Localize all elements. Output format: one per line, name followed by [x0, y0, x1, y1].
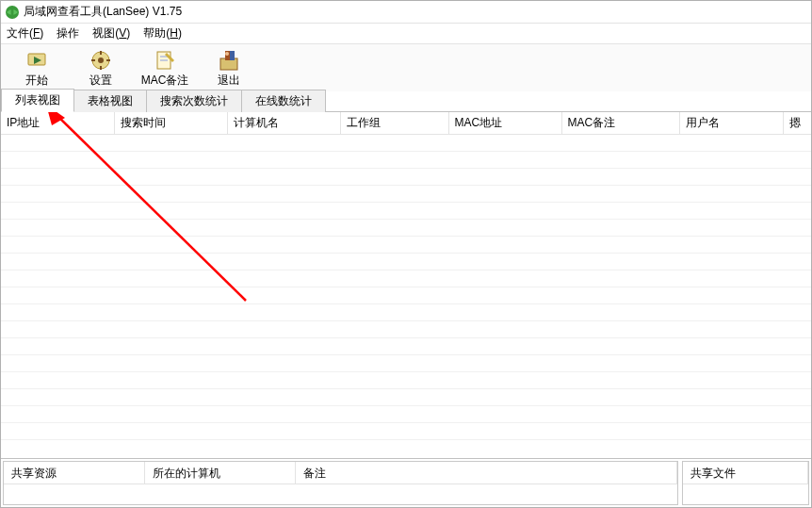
tab-list-view[interactable]: 列表视图 [1, 89, 74, 112]
start-button[interactable]: 开始 [5, 46, 69, 90]
col-remark[interactable]: 备注 [296, 462, 677, 484]
tab-table-view[interactable]: 表格视图 [73, 90, 147, 112]
share-resource-header: 共享资源 所在的计算机 备注 [4, 462, 677, 484]
col-search-time[interactable]: 搜索时间 [114, 112, 227, 135]
col-mac[interactable]: MAC地址 [448, 112, 561, 135]
mac-note-label: MAC备注 [141, 74, 189, 87]
table-row[interactable] [1, 203, 811, 220]
titlebar: 局域网查看工具(LanSee) V1.75 [1, 1, 811, 24]
table-row[interactable] [1, 237, 811, 254]
col-ip[interactable]: IP地址 [1, 112, 114, 135]
table-row[interactable] [1, 287, 811, 304]
tab-online-stats[interactable]: 在线数统计 [241, 90, 326, 112]
table-row[interactable] [1, 169, 811, 186]
table-row[interactable] [1, 220, 811, 237]
share-file-header: 共享文件 [683, 462, 808, 484]
table-row[interactable] [1, 355, 811, 372]
menu-view[interactable]: 视图(V) [92, 25, 130, 41]
exit-icon [218, 49, 240, 72]
grid-header-row: IP地址 搜索时间 计算机名 工作组 MAC地址 MAC备注 用户名 摁 [1, 112, 811, 135]
start-label: 开始 [25, 74, 48, 87]
menu-file[interactable]: 文件(F) [7, 25, 43, 41]
svg-rect-14 [230, 51, 235, 60]
svg-point-4 [98, 57, 104, 63]
toolbar: 开始 设置 MAC备注 [1, 44, 811, 91]
col-share-file[interactable]: 共享文件 [683, 462, 808, 484]
col-mac-note[interactable]: MAC备注 [561, 112, 679, 135]
gear-icon [89, 49, 112, 72]
tabs: 列表视图 表格视图 搜索次数统计 在线数统计 [1, 91, 811, 112]
share-resource-body[interactable] [4, 484, 677, 504]
play-icon [25, 49, 48, 72]
table-row[interactable] [1, 338, 811, 355]
table-row[interactable] [1, 135, 811, 152]
svg-point-15 [225, 52, 229, 56]
share-file-panel: 共享文件 [682, 461, 809, 505]
col-host-computer[interactable]: 所在的计算机 [145, 462, 296, 484]
col-workgroup[interactable]: 工作组 [340, 112, 448, 135]
settings-button[interactable]: 设置 [69, 46, 133, 90]
table-row[interactable] [1, 321, 811, 338]
bottom-panels: 共享资源 所在的计算机 备注 共享文件 [1, 458, 811, 507]
col-username[interactable]: 用户名 [679, 112, 783, 135]
menubar: 文件(F) 操作 视图(V) 帮助(H) [1, 24, 811, 44]
share-resource-panel: 共享资源 所在的计算机 备注 [3, 461, 678, 505]
table-row[interactable] [1, 152, 811, 169]
main-grid[interactable]: IP地址 搜索时间 计算机名 工作组 MAC地址 MAC备注 用户名 摁 [1, 112, 811, 440]
col-more[interactable]: 摁 [783, 112, 811, 135]
table-row[interactable] [1, 186, 811, 203]
tab-search-stats[interactable]: 搜索次数统计 [146, 90, 242, 112]
col-share-resource[interactable]: 共享资源 [4, 462, 145, 484]
menu-help[interactable]: 帮助(H) [143, 25, 182, 41]
table-row[interactable] [1, 254, 811, 270]
table-row[interactable] [1, 389, 811, 406]
table-row[interactable] [1, 270, 811, 287]
note-icon [154, 49, 176, 72]
table-row[interactable] [1, 304, 811, 321]
table-row[interactable] [1, 406, 811, 423]
col-computer[interactable]: 计算机名 [227, 112, 340, 135]
app-window: 局域网查看工具(LanSee) V1.75 文件(F) 操作 视图(V) 帮助(… [0, 0, 812, 508]
app-icon [5, 5, 20, 20]
table-row[interactable] [1, 423, 811, 440]
table-row[interactable] [1, 372, 811, 389]
exit-button[interactable]: 退出 [197, 46, 261, 90]
share-file-body[interactable] [683, 484, 808, 504]
grid-body[interactable] [1, 135, 811, 440]
mac-note-button[interactable]: MAC备注 [133, 46, 197, 90]
main-grid-container: IP地址 搜索时间 计算机名 工作组 MAC地址 MAC备注 用户名 摁 [1, 112, 811, 458]
menu-operate[interactable]: 操作 [57, 25, 79, 41]
window-title: 局域网查看工具(LanSee) V1.75 [24, 4, 182, 20]
exit-label: 退出 [218, 74, 240, 87]
settings-label: 设置 [89, 74, 112, 87]
